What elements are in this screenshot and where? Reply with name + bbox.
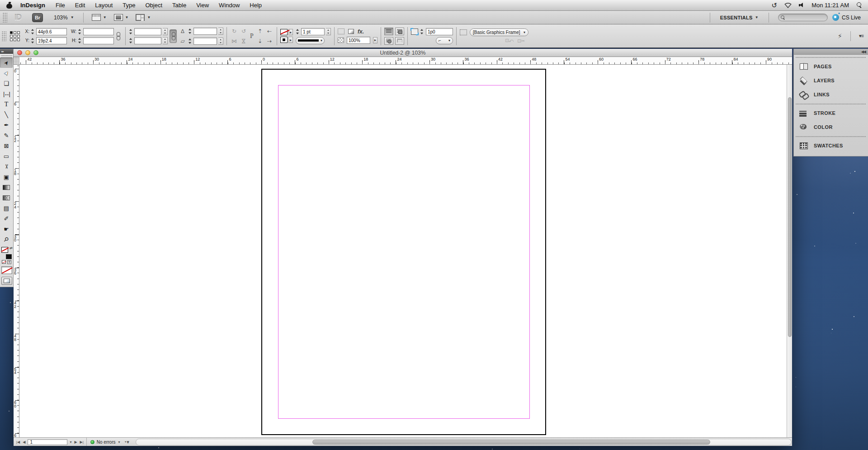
width-field[interactable]	[83, 28, 114, 35]
wifi-icon[interactable]	[784, 3, 792, 8]
panel-button-layers[interactable]: LAYERS	[794, 73, 868, 87]
bridge-button[interactable]: Br	[32, 13, 43, 22]
preflight-status[interactable]: No errors ▾ ◔▾	[87, 439, 133, 445]
ruler-origin-box[interactable]	[14, 57, 19, 65]
selection-tool[interactable]: ➤	[0, 57, 13, 68]
wrap-around-object-button[interactable]	[384, 37, 393, 45]
tools-panel-grip[interactable]	[1, 54, 12, 57]
type-tool[interactable]: T	[0, 99, 13, 109]
panel-menu-button[interactable]: ▾≡	[859, 33, 863, 39]
scale-y-combo[interactable]	[163, 37, 168, 44]
search-input[interactable]	[778, 14, 828, 21]
y-stepper[interactable]	[31, 38, 35, 44]
horizontal-scrollbar[interactable]	[136, 439, 792, 445]
scale-y-stepper[interactable]	[129, 38, 133, 44]
free-transform-tool[interactable]: ▣	[0, 172, 13, 182]
page-dropdown-arrow[interactable]: ▾	[69, 440, 72, 444]
page-number-field[interactable]: 1	[28, 439, 67, 445]
pencil-tool[interactable]: ✎	[0, 130, 13, 141]
menu-item-table[interactable]: Table	[167, 2, 191, 9]
hand-tool[interactable]: ☛	[0, 224, 13, 234]
select-content-button[interactable]: ⇠	[265, 27, 274, 35]
scale-x-stepper[interactable]	[129, 28, 133, 35]
stroke-weight-stepper[interactable]	[296, 28, 300, 35]
volume-icon[interactable]	[799, 3, 804, 8]
stroke-weight-field[interactable]: 1 pt	[301, 28, 325, 35]
flip-horizontal-button[interactable]: ⋈	[230, 37, 238, 45]
rotate-90-cw-button[interactable]: ↻	[230, 27, 238, 35]
stroke-type-dropdown[interactable]: ▾	[296, 37, 325, 44]
menu-item-indesign[interactable]: InDesign	[15, 2, 51, 9]
h-stepper[interactable]	[78, 38, 82, 44]
menu-item-file[interactable]: File	[51, 2, 70, 9]
spotlight-icon[interactable]	[856, 2, 862, 8]
gradient-feather-tool[interactable]	[0, 193, 13, 203]
document-page[interactable]	[261, 69, 546, 435]
flip-vertical-button[interactable]: ⋈	[240, 37, 248, 45]
no-text-wrap-button[interactable]	[384, 28, 393, 35]
panel-button-pages[interactable]: PAGES	[794, 59, 868, 73]
scale-x-combo[interactable]	[163, 28, 168, 35]
vertical-ruler[interactable]: 0612182430364248546066	[14, 65, 19, 437]
gradient-swatch-tool[interactable]	[0, 182, 13, 193]
swap-fill-stroke-icon[interactable]: ⇄	[9, 246, 13, 250]
select-previous-object-button[interactable]: ⇡	[256, 27, 264, 35]
rotate-90-ccw-button[interactable]: ↺	[240, 27, 248, 35]
corner-radius-field[interactable]: 1p0	[426, 28, 453, 35]
select-next-object-button[interactable]: ⇣	[256, 37, 264, 45]
effects-menu-button[interactable]: fx.	[358, 28, 364, 35]
wrap-around-bounding-box-button[interactable]	[395, 28, 404, 35]
panel-button-swatches[interactable]: SWATCHES	[794, 138, 868, 152]
screen-mode-button[interactable]	[1, 277, 12, 285]
window-title-bar[interactable]: Untitled-2 @ 103%	[14, 49, 792, 57]
vertical-scrollbar-thumb[interactable]	[788, 97, 792, 337]
time-machine-icon[interactable]: ↺	[772, 2, 778, 9]
rectangle-frame-tool[interactable]: ⊠	[0, 141, 13, 151]
corner-radius-stepper[interactable]	[420, 28, 424, 35]
frame-fitting-icon[interactable]	[411, 28, 418, 35]
cs-live-button[interactable]: CS Live	[832, 14, 861, 21]
rectangle-tool[interactable]: ▭	[0, 151, 13, 161]
height-field[interactable]	[83, 37, 114, 44]
direct-selection-tool[interactable]: ➤	[0, 68, 13, 78]
next-page-button[interactable]: ▶	[74, 440, 77, 444]
pasteboard[interactable]	[19, 65, 787, 437]
scale-x-field[interactable]	[134, 28, 161, 35]
drop-shadow-button[interactable]	[348, 29, 354, 34]
corner-options-icon[interactable]	[338, 28, 344, 34]
previous-page-button[interactable]: ◀	[22, 440, 26, 444]
fill-color-swatch[interactable]	[280, 37, 288, 43]
shear-stepper[interactable]	[188, 38, 192, 44]
w-stepper[interactable]	[78, 28, 82, 35]
default-fill-stroke-icon[interactable]	[2, 260, 6, 264]
constrain-dimensions-icon[interactable]	[116, 32, 120, 40]
workspace-switcher[interactable]: ESSENTIALS ▼	[720, 15, 759, 20]
jump-object-button[interactable]	[395, 37, 404, 45]
corner-shape-dropdown[interactable]: ⌐ ▾	[436, 37, 453, 44]
apple-menu-icon[interactable]	[6, 2, 12, 9]
rotation-angle-field[interactable]	[193, 28, 217, 35]
shear-angle-field[interactable]	[193, 38, 217, 45]
menu-item-view[interactable]: View	[191, 2, 214, 9]
scissors-tool[interactable]: ✂	[0, 161, 13, 172]
note-tool[interactable]: ▤	[0, 203, 13, 213]
break-link-to-style-button[interactable]: ⊡✂	[517, 38, 525, 43]
tools-panel-header[interactable]: ▸▸	[0, 49, 13, 54]
fill-stroke-indicator[interactable]: ⇄	[0, 246, 13, 260]
reference-point-proxy[interactable]	[10, 31, 20, 41]
opacity-field[interactable]: 100%	[347, 37, 370, 44]
page-tool[interactable]: ❏	[0, 78, 13, 89]
last-page-button[interactable]: ▶|	[80, 440, 84, 444]
clear-overrides-button[interactable]: ⊡⤺	[505, 38, 514, 43]
x-position-field[interactable]: 44p9.6	[36, 28, 67, 35]
menu-bar-clock[interactable]: Mon 11:21 AM	[811, 2, 849, 9]
opacity-flyout[interactable]: ▸	[373, 37, 377, 43]
pen-tool[interactable]: ✒	[0, 120, 13, 130]
vertical-scrollbar[interactable]	[787, 65, 792, 437]
first-page-button[interactable]: |◀	[16, 440, 20, 444]
menu-item-help[interactable]: Help	[245, 2, 267, 9]
select-parent-button[interactable]: ⇢	[265, 37, 274, 45]
panel-button-links[interactable]: LINKS	[794, 87, 868, 101]
panel-button-stroke[interactable]: STROKE	[794, 106, 868, 120]
menu-item-object[interactable]: Object	[141, 2, 168, 9]
